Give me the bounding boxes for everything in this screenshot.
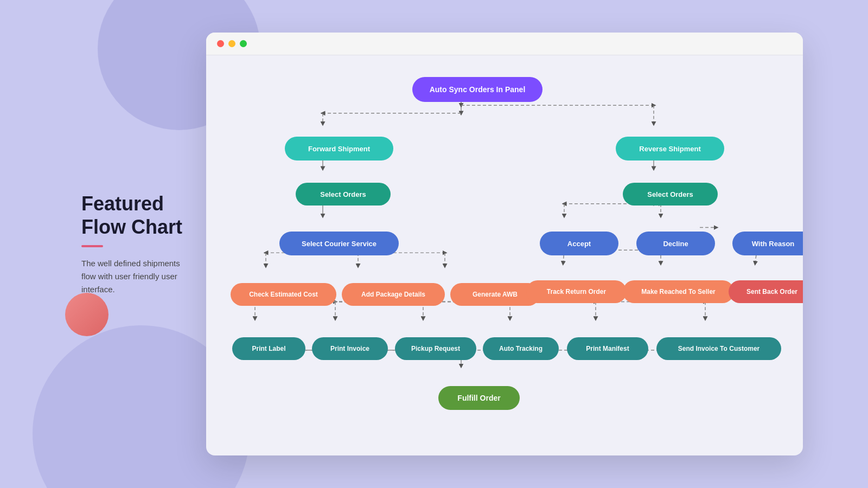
flowchart-nodes: Auto Sync Orders In Panel Forward Shipme… — [222, 66, 787, 445]
node-select-orders-forward: Select Orders — [296, 183, 391, 206]
node-sent-back: Sent Back Order — [729, 280, 803, 303]
node-forward-shipment: Forward Shipment — [285, 137, 393, 160]
left-panel: Featured Flow Chart The well defined shi… — [65, 181, 206, 307]
node-auto-sync: Auto Sync Orders In Panel — [412, 77, 542, 102]
node-add-package: Add Package Details — [342, 283, 445, 306]
minimize-button[interactable] — [228, 40, 235, 47]
browser-window: Auto Sync Orders In Panel Forward Shipme… — [206, 33, 803, 455]
node-decline: Decline — [636, 232, 715, 255]
node-print-label: Print Label — [232, 337, 305, 360]
node-reverse-shipment: Reverse Shipment — [616, 137, 724, 160]
node-track-return: Track Return Order — [526, 280, 627, 303]
node-make-reached: Make Reached To Seller — [623, 280, 734, 303]
main-title: Featured Flow Chart — [81, 192, 190, 239]
description: The well defined shipments flow with use… — [81, 257, 190, 296]
node-accept: Accept — [540, 232, 618, 255]
node-print-manifest: Print Manifest — [567, 337, 648, 360]
node-send-invoice: Send Invoice To Customer — [656, 337, 781, 360]
node-check-cost: Check Estimated Cost — [231, 283, 336, 306]
close-button[interactable] — [217, 40, 224, 47]
node-select-courier: Select Courier Service — [279, 232, 399, 255]
accent-line — [81, 245, 103, 247]
node-fulfill-order: Fulfill Order — [438, 386, 520, 410]
titlebar — [206, 33, 803, 55]
node-pickup-request: Pickup Request — [395, 337, 476, 360]
node-auto-tracking: Auto Tracking — [483, 337, 559, 360]
maximize-button[interactable] — [240, 40, 247, 47]
flowchart-area: Auto Sync Orders In Panel Forward Shipme… — [206, 55, 803, 455]
node-print-invoice: Print Invoice — [312, 337, 388, 360]
node-with-reason: With Reason — [732, 232, 803, 255]
node-select-orders-reverse: Select Orders — [623, 183, 718, 206]
